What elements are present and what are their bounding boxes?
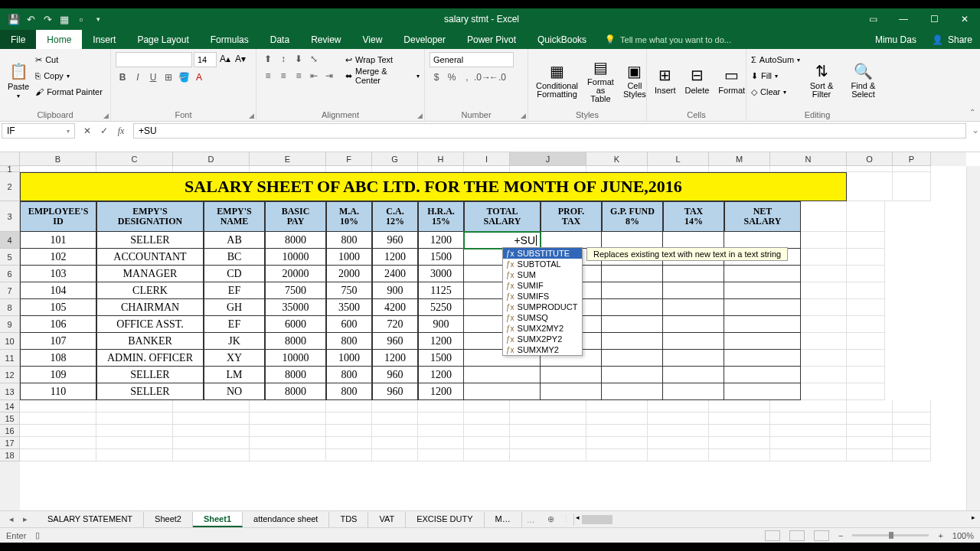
data-cell[interactable]: 107 <box>20 333 96 350</box>
data-cell[interactable]: 1000 <box>326 249 372 266</box>
data-cell[interactable]: 1200 <box>418 367 464 383</box>
data-cell[interactable]: EF <box>204 282 265 299</box>
sheet-nav-next-icon[interactable]: ▸ <box>23 514 37 524</box>
data-cell[interactable]: 104 <box>20 282 96 299</box>
align-bottom-icon[interactable]: ⬇ <box>292 52 305 66</box>
clipboard-dialog-icon[interactable]: ◢ <box>103 112 109 119</box>
tab-data[interactable]: Data <box>260 30 300 49</box>
maximize-icon[interactable]: ☐ <box>919 8 949 30</box>
row-header-10[interactable]: 10 <box>0 333 20 350</box>
sheet-tab[interactable]: SALARY STATEMENT <box>37 512 144 527</box>
col-header-D[interactable]: D <box>173 152 250 166</box>
row-header-4[interactable]: 4 <box>0 232 20 249</box>
data-cell[interactable]: 1200 <box>418 333 464 350</box>
data-cell[interactable]: NO <box>204 383 265 400</box>
data-cell[interactable]: 20000 <box>265 266 326 282</box>
align-center-icon[interactable]: ≡ <box>276 69 290 83</box>
data-cell[interactable]: 1500 <box>418 249 464 266</box>
data-cell[interactable]: ADMIN. OFFICER <box>96 350 204 367</box>
autocomplete-item[interactable]: ƒxSUMX2MY2 <box>503 323 582 334</box>
sheet-tab[interactable]: M… <box>485 512 522 527</box>
data-cell[interactable]: 1200 <box>418 232 464 249</box>
col-header-H[interactable]: H <box>418 152 464 166</box>
indent-inc-icon[interactable]: ⇥ <box>322 69 336 83</box>
data-cell[interactable]: 2000 <box>326 266 372 282</box>
merge-center-button[interactable]: ⬌Merge & Center▾ <box>345 68 420 83</box>
italic-icon[interactable]: I <box>131 70 145 84</box>
close-icon[interactable]: ✕ <box>949 8 980 30</box>
data-cell[interactable]: 1500 <box>418 350 464 367</box>
row-header-14[interactable]: 14 <box>0 400 20 412</box>
autocomplete-item[interactable]: ƒxSUMIFS <box>503 291 582 302</box>
sheet-tab[interactable]: TDS <box>329 512 368 527</box>
insert-cells-button[interactable]: ⊞Insert <box>652 52 679 109</box>
row-header-7[interactable]: 7 <box>0 282 20 299</box>
autocomplete-item[interactable]: ƒxSUMIF <box>503 280 582 291</box>
data-cell[interactable] <box>724 299 801 316</box>
data-cell[interactable] <box>602 266 663 282</box>
align-left-icon[interactable]: ≡ <box>261 69 275 83</box>
data-cell[interactable]: 960 <box>372 232 418 249</box>
data-cell[interactable]: 2400 <box>372 266 418 282</box>
tab-view[interactable]: View <box>352 30 394 49</box>
data-cell[interactable]: 106 <box>20 316 96 333</box>
data-cell[interactable] <box>724 316 801 333</box>
find-select-button[interactable]: 🔍Find & Select <box>843 52 884 109</box>
tab-formulas[interactable]: Formulas <box>200 30 260 49</box>
data-cell[interactable]: 6000 <box>265 316 326 333</box>
autocomplete-item[interactable]: ƒxSUMPRODUCT <box>503 302 582 312</box>
data-cell[interactable]: SELLER <box>96 367 204 383</box>
number-format-select[interactable] <box>430 52 514 67</box>
decrease-font-icon[interactable]: A▾ <box>234 52 247 67</box>
data-cell[interactable] <box>724 232 801 249</box>
data-cell[interactable]: 8000 <box>265 367 326 383</box>
data-cell[interactable]: 1200 <box>372 350 418 367</box>
normal-view-icon[interactable] <box>765 530 780 541</box>
data-cell[interactable]: OFFICE ASST. <box>96 316 204 333</box>
data-cell[interactable]: +SU <box>464 232 541 249</box>
page-layout-view-icon[interactable] <box>789 530 805 541</box>
row-header-2[interactable]: 2 <box>0 172 20 201</box>
data-cell[interactable] <box>541 367 602 383</box>
data-cell[interactable]: 900 <box>372 282 418 299</box>
cell-styles-button[interactable]: ▣Cell Styles <box>620 52 649 109</box>
data-cell[interactable]: 600 <box>326 316 372 333</box>
delete-cells-button[interactable]: ⊟Delete <box>682 52 713 109</box>
col-header-K[interactable]: K <box>586 152 648 166</box>
data-cell[interactable]: 110 <box>20 383 96 400</box>
row-header-11[interactable]: 11 <box>0 350 20 367</box>
redo-icon[interactable]: ↷ <box>40 11 55 27</box>
data-cell[interactable]: BANKER <box>96 333 204 350</box>
undo-icon[interactable]: ↶ <box>23 11 38 27</box>
clear-button[interactable]: ◇Clear▾ <box>751 84 800 99</box>
col-header-L[interactable]: L <box>648 152 709 166</box>
data-cell[interactable]: 4200 <box>372 299 418 316</box>
data-cell[interactable]: EF <box>204 316 265 333</box>
row-header-3[interactable]: 3 <box>0 201 20 232</box>
data-cell[interactable]: SELLER <box>96 232 204 249</box>
user-name[interactable]: Mimu Das <box>867 30 924 49</box>
data-cell[interactable] <box>541 232 602 249</box>
data-cell[interactable]: 960 <box>372 367 418 383</box>
data-cell[interactable] <box>602 367 663 383</box>
tab-review[interactable]: Review <box>300 30 351 49</box>
row-header-15[interactable]: 15 <box>0 412 20 425</box>
tell-me[interactable]: 💡Tell me what you want to do... <box>597 30 739 49</box>
tab-page-layout[interactable]: Page Layout <box>126 30 199 49</box>
col-header-P[interactable]: P <box>893 152 931 166</box>
col-header-B[interactable]: B <box>20 152 96 166</box>
data-cell[interactable] <box>724 383 801 400</box>
col-header-E[interactable]: E <box>250 152 326 166</box>
data-cell[interactable]: 900 <box>418 316 464 333</box>
format-cells-button[interactable]: ▭Format <box>715 52 748 109</box>
enter-icon[interactable]: ✓ <box>96 126 112 136</box>
autocomplete-item[interactable]: ƒxSUMX2PY2 <box>503 334 582 344</box>
bold-icon[interactable]: B <box>116 70 129 84</box>
data-cell[interactable] <box>724 333 801 350</box>
data-cell[interactable] <box>663 299 724 316</box>
data-cell[interactable] <box>724 266 801 282</box>
data-cell[interactable] <box>541 383 602 400</box>
align-middle-icon[interactable]: ↕ <box>276 52 290 66</box>
row-header-18[interactable]: 18 <box>0 449 20 461</box>
font-color-icon[interactable]: A <box>192 70 206 84</box>
